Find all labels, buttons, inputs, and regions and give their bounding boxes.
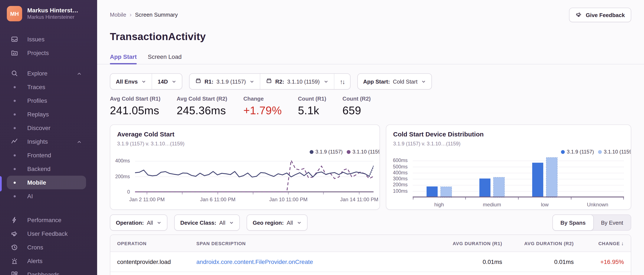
swap-releases-button[interactable]: ↑↓ — [334, 74, 350, 89]
projects-icon — [11, 49, 18, 57]
chevron-down-icon — [421, 79, 426, 84]
sidebar-item-profiles[interactable]: Profiles — [7, 94, 86, 107]
release-icon — [195, 78, 202, 85]
tab-app-start[interactable]: App Start — [110, 53, 137, 64]
operation-value: All — [147, 219, 153, 226]
date-range-value: 14D — [158, 78, 168, 85]
x-tick-label: Jan 6 11:00 PM — [200, 196, 235, 202]
x-axis-labels: Jan 2 11:00 PMJan 6 11:00 PMJan 10 11:00… — [135, 196, 374, 203]
column-header-avg-duration-r2[interactable]: AVG DURATION (R2) — [502, 241, 574, 246]
sidebar-item-label: Insights — [27, 138, 77, 145]
app-start-value: Cold Start — [393, 78, 418, 85]
x-tick-label: Jan 14 11:00 PM — [340, 196, 378, 202]
table-row: contentprovider.load androidx.core.conte… — [110, 252, 631, 272]
legend-label: 3.1.10 (1159) — [352, 149, 380, 155]
stat-label: Count (R1) — [298, 96, 326, 102]
bullet-icon — [11, 192, 18, 200]
sidebar-item-frontend[interactable]: Frontend — [7, 148, 86, 162]
column-header-change[interactable]: CHANGE↓ — [574, 240, 631, 246]
legend-dot-icon — [346, 150, 350, 154]
chart-subtitle: 3.1.9 (1157) v. 3.1.10…(1159) — [393, 141, 460, 147]
y-axis-labels: 100ms200ms300ms400ms500ms600ms — [386, 155, 410, 197]
sidebar-item-label: Frontend — [27, 152, 82, 159]
sidebar-item-alerts[interactable]: Alerts — [7, 254, 86, 268]
bullet-icon — [11, 165, 18, 173]
sidebar-item-explore[interactable]: Explore — [7, 67, 86, 80]
bullet-icon — [11, 110, 18, 118]
megaphone-icon — [11, 230, 18, 237]
release-r1-dropdown[interactable]: R1: 3.1.9 (1157) — [190, 74, 260, 89]
column-header-label: CHANGE — [598, 241, 620, 246]
operation-label: Operation: — [116, 219, 144, 226]
stat-avg-cold-start-r2: Avg Cold Start (R2) 245.36ms — [176, 96, 227, 117]
chevron-right-icon: › — [130, 11, 132, 18]
megaphone-icon — [576, 11, 582, 19]
geo-region-label: Geo region: — [252, 219, 284, 226]
view-toggle: By Spans By Event — [552, 214, 631, 231]
sidebar-item-discover[interactable]: Discover — [7, 121, 86, 135]
span-description-link[interactable]: androidx.core.content.FileProvider.onCre… — [196, 258, 313, 265]
stat-count-r1: Count (R1) 5.1k — [298, 96, 326, 117]
sidebar-item-user-feedback[interactable]: User Feedback — [7, 227, 86, 240]
operation-dropdown[interactable]: Operation: All — [110, 215, 167, 230]
toggle-by-spans[interactable]: By Spans — [552, 214, 594, 231]
sidebar-item-crons[interactable]: Crons — [7, 240, 86, 254]
geo-region-value: All — [287, 219, 293, 226]
sidebar-item-label: Projects — [27, 50, 82, 56]
sidebar-item-mobile[interactable]: Mobile — [7, 176, 86, 189]
sidebar-item-projects[interactable]: Projects — [7, 46, 86, 60]
dashboards-icon — [11, 271, 18, 275]
search-icon — [11, 70, 18, 77]
sidebar-item-label: Backend — [27, 165, 82, 172]
legend-item[interactable]: 3.1.10 (1159) — [598, 149, 631, 155]
avatar: MH — [7, 6, 22, 21]
release-r1-value: 3.1.9 (1157) — [216, 78, 246, 85]
issues-icon — [11, 35, 18, 43]
breadcrumb: Mobile › Screen Summary — [110, 11, 178, 18]
legend-item[interactable]: 3.1.10 (1159) — [346, 149, 380, 155]
sidebar-item-performance[interactable]: Performance — [7, 213, 86, 227]
span-filter-bar: Operation: All Device Class: All Geo reg… — [110, 214, 307, 231]
breadcrumb-parent[interactable]: Mobile — [110, 11, 126, 18]
sidebar-item-backend[interactable]: Backend — [7, 162, 86, 176]
sidebar-item-insights[interactable]: Insights — [7, 135, 86, 148]
y-tick-label: 500ms — [393, 164, 408, 169]
stat-change: Change +1.79% — [244, 96, 282, 117]
sidebar-item-issues[interactable]: Issues — [7, 32, 86, 46]
chart-title: Cold Start Device Distribution — [393, 130, 484, 138]
breadcrumb-current: Screen Summary — [135, 11, 178, 18]
app-start-type-dropdown[interactable]: App Start: Cold Start — [358, 74, 432, 89]
legend-label: 3.1.10 (1159) — [604, 149, 631, 155]
stat-count-r2: Count (R2) 659 — [342, 96, 371, 117]
column-header-avg-duration-r1[interactable]: AVG DURATION (R1) — [430, 241, 502, 246]
legend-label: 3.1.9 (1157) — [567, 149, 594, 155]
y-tick-label: 0 — [127, 189, 130, 194]
chevron-down-icon — [142, 79, 146, 84]
device-class-dropdown[interactable]: Device Class: All — [175, 215, 239, 230]
org-switcher[interactable]: MH Markus Hinterst… Markus Hintersteiner — [7, 6, 90, 21]
cell-avg-duration-r1: 0.01ms — [430, 258, 502, 265]
legend-item[interactable]: 3.1.9 (1157) — [561, 149, 594, 155]
chevron-down-icon — [229, 220, 234, 225]
release-r2-dropdown[interactable]: R2: 3.1.10 (1159) — [260, 74, 334, 89]
sidebar-item-replays[interactable]: Replays — [7, 107, 86, 121]
app-start-filter-group: App Start: Cold Start — [357, 73, 432, 90]
bar-plot — [413, 155, 624, 200]
environment-dropdown[interactable]: All Envs — [110, 74, 152, 89]
x-category-label: high — [434, 202, 444, 208]
geo-region-dropdown[interactable]: Geo region: All — [247, 215, 307, 230]
sidebar-item-traces[interactable]: Traces — [7, 80, 86, 94]
date-range-dropdown[interactable]: 14D — [152, 74, 182, 89]
sidebar-item-dashboards[interactable]: Dashboards — [7, 268, 86, 275]
stat-value: 241.05ms — [110, 104, 160, 117]
legend-dot-icon — [598, 150, 602, 154]
legend-item[interactable]: 3.1.9 (1157) — [310, 149, 343, 155]
toggle-by-event[interactable]: By Event — [593, 215, 631, 230]
lightning-icon — [11, 216, 18, 224]
legend-label: 3.1.9 (1157) — [316, 149, 343, 155]
sidebar-item-label: Traces — [27, 84, 82, 90]
tab-screen-load[interactable]: Screen Load — [148, 53, 182, 64]
column-header-span-description: SPAN DESCRIPTION — [196, 241, 430, 246]
give-feedback-button[interactable]: Give Feedback — [569, 8, 631, 22]
sidebar-item-ai[interactable]: AI — [7, 189, 86, 203]
